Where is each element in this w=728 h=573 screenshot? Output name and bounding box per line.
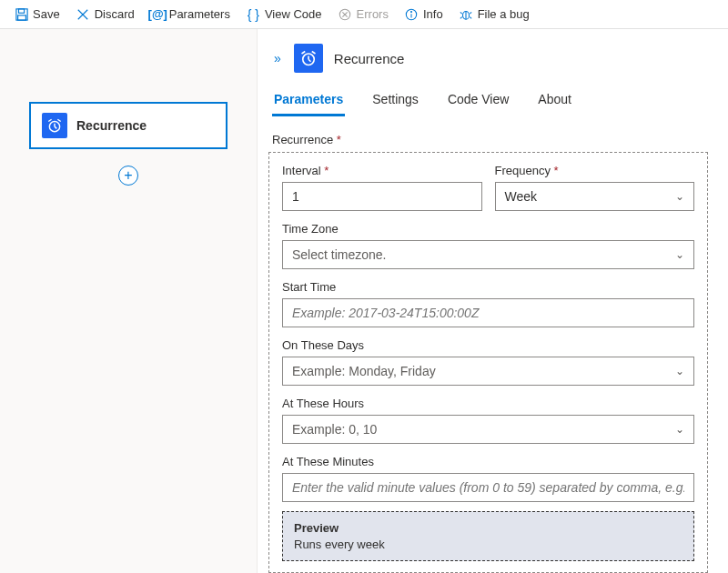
workflow-canvas: Recurrence + xyxy=(0,29,258,573)
main: Recurrence + » Recurrence Parameters Set… xyxy=(0,29,728,573)
clock-icon xyxy=(294,44,323,73)
file-bug-button[interactable]: File a bug xyxy=(452,4,537,25)
interval-input[interactable] xyxy=(282,182,482,211)
tabs: Parameters Settings Code View About xyxy=(268,87,708,116)
chevron-down-icon: ⌄ xyxy=(675,248,684,261)
on-days-select[interactable]: Example: Monday, Friday ⌄ xyxy=(282,357,694,386)
chevron-down-icon: ⌄ xyxy=(675,365,684,377)
frequency-select[interactable]: Week ⌄ xyxy=(495,182,695,211)
braces-icon: { } xyxy=(247,7,260,21)
parameters-label: Parameters xyxy=(169,7,230,21)
svg-line-24 xyxy=(308,59,311,62)
parameters-button[interactable]: [@] Parameters xyxy=(144,4,238,25)
svg-point-9 xyxy=(411,11,412,12)
interval-label: Interval * xyxy=(282,164,482,177)
svg-line-20 xyxy=(48,119,51,121)
view-code-label: View Code xyxy=(265,7,322,21)
section-label: Recurrence * xyxy=(268,133,708,146)
close-icon xyxy=(76,7,90,21)
svg-line-19 xyxy=(55,126,56,128)
timezone-label: Time Zone xyxy=(282,222,694,236)
toolbar: Save Discard [@] Parameters { } View Cod… xyxy=(0,0,728,29)
chevron-double-right-icon: » xyxy=(274,51,281,65)
at-hours-label: At These Hours xyxy=(282,397,694,410)
collapse-button[interactable]: » xyxy=(272,49,283,67)
tab-about[interactable]: About xyxy=(536,87,573,116)
preview-box: Preview Runs every week xyxy=(282,511,694,561)
errors-button: Errors xyxy=(331,4,396,25)
clock-icon xyxy=(42,113,67,138)
tab-code-view[interactable]: Code View xyxy=(446,87,511,116)
at-hours-select[interactable]: Example: 0, 10 ⌄ xyxy=(282,415,694,444)
chevron-down-icon: ⌄ xyxy=(675,190,684,203)
tab-settings[interactable]: Settings xyxy=(370,87,420,116)
info-button[interactable]: Info xyxy=(398,4,450,25)
at-minutes-input[interactable] xyxy=(282,473,694,502)
frequency-label: Frequency * xyxy=(495,164,695,177)
bug-icon xyxy=(460,7,473,21)
info-label: Info xyxy=(423,7,443,21)
preview-text: Runs every week xyxy=(294,538,682,551)
save-icon xyxy=(15,7,28,21)
chevron-down-icon: ⌄ xyxy=(675,423,684,436)
details-panel: » Recurrence Parameters Settings Code Vi… xyxy=(258,29,728,573)
svg-line-26 xyxy=(312,52,316,55)
at-minutes-label: At These Minutes xyxy=(282,455,694,468)
parameters-icon: [@] xyxy=(151,7,165,21)
plus-icon: + xyxy=(124,168,132,183)
tab-parameters[interactable]: Parameters xyxy=(272,87,345,116)
error-icon xyxy=(339,7,352,21)
preview-title: Preview xyxy=(294,521,682,535)
recurrence-node[interactable]: Recurrence xyxy=(29,102,228,149)
add-step-button[interactable]: + xyxy=(118,166,138,186)
view-code-button[interactable]: { } View Code xyxy=(239,4,329,25)
save-label: Save xyxy=(33,7,60,21)
node-title: Recurrence xyxy=(76,118,147,133)
timezone-select[interactable]: Select timezone. ⌄ xyxy=(282,240,694,269)
info-icon xyxy=(405,7,419,21)
panel-title: Recurrence xyxy=(334,51,405,66)
on-days-label: On These Days xyxy=(282,338,694,352)
errors-label: Errors xyxy=(357,7,389,21)
discard-label: Discard xyxy=(95,7,135,21)
svg-line-16 xyxy=(470,16,472,18)
discard-button[interactable]: Discard xyxy=(69,4,142,25)
svg-line-14 xyxy=(470,12,472,14)
svg-line-13 xyxy=(460,12,462,14)
svg-line-21 xyxy=(57,119,60,121)
save-button[interactable]: Save xyxy=(7,4,67,25)
start-time-label: Start Time xyxy=(282,280,694,294)
start-time-input[interactable] xyxy=(282,298,694,327)
svg-line-25 xyxy=(301,52,305,55)
recurrence-form: Interval * Frequency * Week ⌄ Time Zone … xyxy=(268,152,708,573)
panel-header: » Recurrence xyxy=(268,44,708,73)
svg-line-15 xyxy=(460,16,462,18)
svg-rect-2 xyxy=(17,15,25,19)
svg-rect-1 xyxy=(18,8,24,12)
file-bug-label: File a bug xyxy=(478,7,530,21)
